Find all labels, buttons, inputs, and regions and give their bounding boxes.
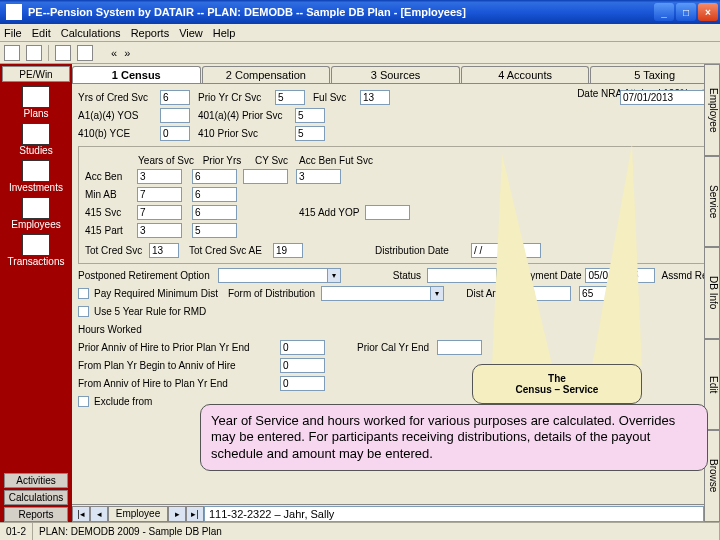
- yrs-cred-svc-input[interactable]: [160, 90, 190, 105]
- sidebar-item-studies[interactable]: Studies: [19, 123, 52, 156]
- tab-compensation[interactable]: 2 Compensation: [202, 66, 331, 83]
- lbl-yrs-cred-svc: Yrs of Cred Svc: [78, 92, 158, 103]
- sidebar-item-employees[interactable]: Employees: [11, 197, 60, 230]
- chevron-down-icon[interactable]: ▾: [431, 286, 444, 301]
- sidebar-header[interactable]: PE/Win: [2, 66, 70, 82]
- 415part-ys[interactable]: [137, 223, 182, 238]
- nav-last[interactable]: ▸|: [186, 506, 204, 522]
- sidebar-calculations[interactable]: Calculations: [4, 490, 68, 505]
- menu-calculations[interactable]: Calculations: [61, 27, 121, 39]
- callout-title: The Census – Service: [472, 364, 642, 404]
- 401a4-prior-input[interactable]: [295, 108, 325, 123]
- hours-r1-input[interactable]: [280, 340, 325, 355]
- titlebar: PE--Pension System by DATAIR -- PLAN: DE…: [0, 0, 720, 24]
- callout-body: Year of Service and hours worked for var…: [200, 404, 708, 471]
- hours-r3-input[interactable]: [280, 376, 325, 391]
- hours-prior-cal-input[interactable]: [437, 340, 482, 355]
- nav-next[interactable]: ▸: [168, 506, 186, 522]
- lbl-410b: 410(b) YCE: [78, 128, 158, 139]
- rtab-service[interactable]: Service: [704, 156, 720, 248]
- main-area: 1 Census 2 Compensation 3 Sources 4 Acco…: [72, 64, 720, 522]
- toolbar-icon-3[interactable]: [55, 45, 71, 61]
- 410prior-input[interactable]: [295, 126, 325, 141]
- rtab-dbinfo[interactable]: DB Info: [704, 247, 720, 339]
- callout-pointer: [492, 154, 552, 364]
- prior-yr-cr-input[interactable]: [275, 90, 305, 105]
- ful-svc-input[interactable]: [360, 90, 390, 105]
- close-button[interactable]: ×: [698, 3, 718, 21]
- tab-census[interactable]: 1 Census: [72, 66, 201, 83]
- minab-ys[interactable]: [137, 187, 182, 202]
- tabstrip: 1 Census 2 Compensation 3 Sources 4 Acco…: [72, 64, 720, 84]
- lbl-401a4-prior: 401(a)(4) Prior Svc: [198, 110, 293, 121]
- toolbar-icon-4[interactable]: [77, 45, 93, 61]
- lbl-ful-svc: Ful Svc: [313, 92, 358, 103]
- minimize-button[interactable]: _: [654, 3, 674, 21]
- window-title: PE--Pension System by DATAIR -- PLAN: DE…: [26, 6, 654, 18]
- pay-rmd-checkbox[interactable]: [78, 288, 89, 299]
- accben-ys[interactable]: [137, 169, 182, 184]
- sidebar-reports[interactable]: Reports: [4, 507, 68, 522]
- toolbar: « »: [0, 42, 720, 64]
- rtab-employee[interactable]: Employee: [704, 64, 720, 156]
- totcred-input[interactable]: [149, 243, 179, 258]
- toolbar-nav-arrows[interactable]: « »: [111, 47, 132, 59]
- status-select[interactable]: [427, 268, 497, 283]
- a1a4-input[interactable]: [160, 108, 190, 123]
- sidebar-activities[interactable]: Activities: [4, 473, 68, 488]
- lbl-410prior: 410 Prior Svc: [198, 128, 293, 139]
- studies-icon: [22, 123, 50, 145]
- chevron-down-icon[interactable]: ▾: [328, 268, 341, 283]
- status-seg2: PLAN: DEMODB 2009 - Sample DB Plan: [33, 523, 720, 540]
- use5yr-checkbox[interactable]: [78, 306, 89, 317]
- menu-file[interactable]: File: [4, 27, 22, 39]
- totcred-ae-input[interactable]: [273, 243, 303, 258]
- statusbar: 01-2 PLAN: DEMODB 2009 - Sample DB Plan: [0, 522, 720, 540]
- postponed-select[interactable]: [218, 268, 328, 283]
- nav-first[interactable]: |◂: [72, 506, 90, 522]
- toolbar-icon-2[interactable]: [26, 45, 42, 61]
- menu-help[interactable]: Help: [213, 27, 236, 39]
- accben-fut[interactable]: [296, 169, 341, 184]
- lbl-a1a4: A1(a)(4) YOS: [78, 110, 158, 121]
- record-navigator: |◂ ◂ Employee ▸ ▸| 111-32-2322 – Jahr, S…: [72, 504, 704, 522]
- menu-view[interactable]: View: [179, 27, 203, 39]
- callout-pointer: [592, 144, 642, 366]
- accben-py[interactable]: [192, 169, 237, 184]
- sidebar-item-investments[interactable]: Investments: [9, 160, 63, 193]
- record-display: 111-32-2322 – Jahr, Sally: [204, 506, 704, 522]
- sidebar-item-transactions[interactable]: Transactions: [8, 234, 65, 267]
- hours-r2-input[interactable]: [280, 358, 325, 373]
- lbl-prior-yr-cr: Prio Yr Cr Svc: [198, 92, 273, 103]
- nav-prev[interactable]: ◂: [90, 506, 108, 522]
- status-seg1: 01-2: [0, 523, 33, 540]
- tab-sources[interactable]: 3 Sources: [331, 66, 460, 83]
- app-icon: [6, 4, 22, 20]
- tab-taxing[interactable]: 5 Taxing: [590, 66, 719, 83]
- addyop-input[interactable]: [365, 205, 410, 220]
- nav-tab-label[interactable]: Employee: [108, 506, 168, 522]
- menubar: File Edit Calculations Reports View Help: [0, 24, 720, 42]
- form-dist-select[interactable]: [321, 286, 431, 301]
- tab-accounts[interactable]: 4 Accounts: [461, 66, 590, 83]
- 415sv-ys[interactable]: [137, 205, 182, 220]
- plans-icon: [22, 86, 50, 108]
- 410b-input[interactable]: [160, 126, 190, 141]
- employees-icon: [22, 197, 50, 219]
- investments-icon: [22, 160, 50, 182]
- menu-reports[interactable]: Reports: [131, 27, 170, 39]
- transactions-icon: [22, 234, 50, 256]
- sidebar-item-plans[interactable]: Plans: [22, 86, 50, 119]
- nra-date-input[interactable]: [620, 90, 710, 105]
- sidebar: PE/Win Plans Studies Investments Employe…: [0, 64, 72, 522]
- menu-edit[interactable]: Edit: [32, 27, 51, 39]
- exclude-checkbox[interactable]: [78, 396, 89, 407]
- maximize-button[interactable]: □: [676, 3, 696, 21]
- toolbar-icon-1[interactable]: [4, 45, 20, 61]
